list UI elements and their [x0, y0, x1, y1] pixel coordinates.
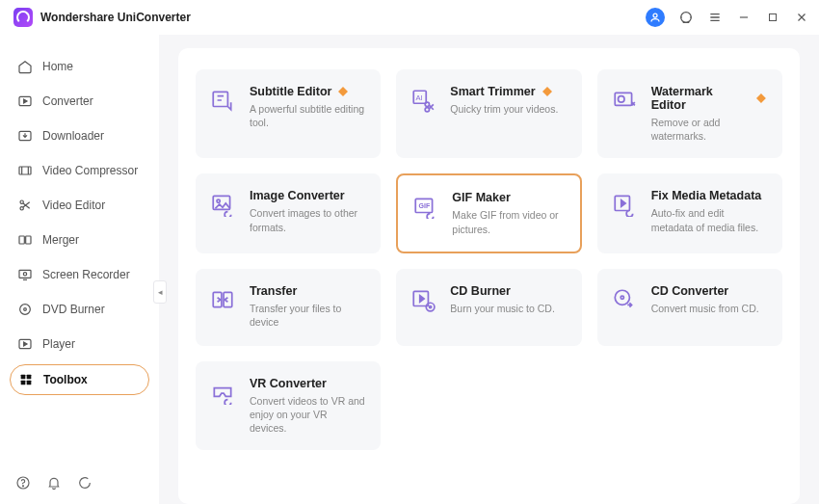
user-account-button[interactable] [646, 8, 665, 27]
sidebar-item-toolbox[interactable]: Toolbox [10, 364, 149, 395]
svg-rect-10 [19, 270, 31, 278]
tool-transfer[interactable]: Transfer Transfer your files to device [196, 269, 381, 346]
tool-cd-burner[interactable]: CD Burner Burn your music to CD. [396, 269, 581, 346]
sidebar-item-recorder[interactable]: Screen Recorder [10, 260, 149, 289]
download-icon [17, 128, 33, 144]
sidebar: Home Converter Downloader Video Compress… [0, 35, 159, 504]
card-desc: Convert music from CD. [651, 302, 759, 315]
sidebar-label: Player [42, 337, 75, 351]
svg-point-1 [681, 13, 692, 23]
home-icon [17, 59, 33, 74]
svg-point-37 [430, 305, 432, 307]
svg-point-13 [24, 308, 27, 311]
card-title: CD Converter [651, 284, 729, 298]
sidebar-item-home[interactable]: Home [10, 52, 149, 81]
cd-burner-icon [410, 286, 436, 313]
sidebar-item-dvd[interactable]: DVD Burner [10, 295, 149, 324]
merger-icon [17, 232, 33, 248]
disc-icon [17, 302, 33, 317]
content-area: Subtitle Editor A powerful subtitle edit… [159, 35, 819, 504]
svg-point-39 [621, 296, 623, 299]
app-title: Wondershare UniConverter [40, 11, 191, 24]
chevron-left-icon: ◂ [158, 287, 163, 297]
titlebar-right [646, 8, 809, 27]
card-desc: A powerful subtitle editing tool. [250, 102, 365, 129]
tool-fix-metadata[interactable]: Fix Media Metadata Auto-fix and edit met… [597, 173, 782, 252]
svg-rect-17 [21, 381, 26, 385]
card-title: Smart Trimmer [450, 85, 535, 98]
sidebar-label: Converter [42, 94, 93, 108]
toolbox-icon [18, 372, 34, 387]
card-title: Fix Media Metadata [651, 189, 762, 202]
svg-rect-2 [770, 14, 777, 21]
menu-icon[interactable] [707, 10, 723, 25]
metadata-icon [611, 191, 638, 218]
tool-image-converter[interactable]: Image Converter Convert images to other … [196, 173, 381, 252]
premium-icon [337, 86, 349, 97]
help-icon[interactable] [15, 475, 31, 491]
collapse-sidebar-button[interactable]: ◂ [153, 280, 167, 304]
svg-rect-5 [19, 167, 31, 174]
sidebar-footer [10, 475, 149, 494]
tool-gif-maker[interactable]: GIF GIF Maker Make GIF from video or pic… [396, 173, 581, 252]
premium-icon [755, 93, 767, 104]
minimize-button[interactable] [736, 10, 752, 25]
trimmer-icon: AI [410, 87, 436, 114]
recorder-icon [17, 267, 33, 282]
sidebar-label: Video Compressor [42, 164, 138, 177]
svg-point-24 [425, 102, 429, 106]
bell-icon[interactable] [46, 475, 62, 491]
watermark-icon [611, 87, 638, 114]
sidebar-label: Home [42, 60, 73, 73]
svg-rect-8 [19, 236, 24, 244]
tool-vr-converter[interactable]: VR Converter Convert videos to VR and en… [196, 361, 381, 451]
svg-point-25 [425, 108, 429, 112]
sidebar-label: Toolbox [43, 373, 88, 386]
svg-rect-15 [21, 375, 26, 380]
sidebar-item-downloader[interactable]: Downloader [10, 121, 149, 150]
tool-subtitle-editor[interactable]: Subtitle Editor A powerful subtitle edit… [196, 69, 381, 158]
card-title: GIF Maker [452, 191, 510, 204]
card-desc: Convert videos to VR and enjoy on your V… [250, 394, 365, 436]
support-icon[interactable] [678, 10, 694, 25]
svg-point-0 [653, 13, 657, 17]
svg-rect-18 [27, 381, 32, 385]
converter-icon [17, 93, 33, 109]
card-desc: Quicky trim your videos. [450, 102, 558, 116]
svg-point-27 [618, 96, 624, 103]
tool-smart-trimmer[interactable]: AI Smart Trimmer Quicky trim your videos… [396, 69, 581, 158]
svg-point-7 [20, 207, 23, 210]
svg-point-11 [23, 273, 26, 276]
subtitle-icon [209, 87, 236, 114]
sidebar-item-player[interactable]: Player [10, 330, 149, 358]
card-title: Subtitle Editor [250, 85, 331, 98]
app-logo [13, 8, 33, 27]
sidebar-item-merger[interactable]: Merger [10, 225, 149, 254]
card-desc: Auto-fix and edit metadata of media file… [651, 206, 767, 233]
svg-text:AI: AI [416, 93, 423, 102]
transfer-icon [209, 286, 236, 313]
compressor-icon [17, 163, 33, 178]
close-button[interactable] [794, 10, 809, 25]
svg-point-38 [615, 290, 629, 305]
gif-icon: GIF [411, 193, 438, 220]
tool-watermark-editor[interactable]: Watermark Editor Remove or add watermark… [597, 69, 782, 158]
svg-text:GIF: GIF [419, 203, 431, 210]
cd-converter-icon [611, 286, 638, 313]
svg-point-6 [20, 200, 23, 203]
card-desc: Remove or add watermarks. [651, 116, 767, 143]
card-title: CD Burner [450, 284, 511, 298]
svg-point-29 [217, 199, 220, 202]
sidebar-item-compressor[interactable]: Video Compressor [10, 156, 149, 185]
sidebar-item-converter[interactable]: Converter [10, 87, 149, 116]
scissors-icon [17, 198, 33, 213]
card-title: VR Converter [250, 377, 327, 390]
maximize-button[interactable] [765, 10, 780, 25]
svg-rect-16 [27, 375, 32, 380]
sidebar-item-editor[interactable]: Video Editor [10, 191, 149, 220]
vr-icon [209, 379, 236, 406]
tool-cd-converter[interactable]: CD Converter Convert music from CD. [597, 269, 782, 346]
svg-point-12 [20, 305, 31, 315]
feedback-icon[interactable] [77, 475, 92, 491]
sidebar-label: Merger [42, 233, 79, 247]
